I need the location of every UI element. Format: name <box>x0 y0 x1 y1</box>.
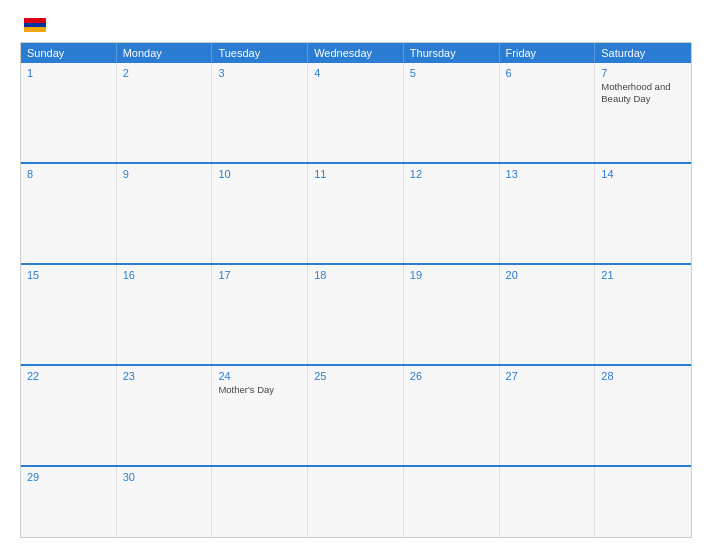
day-number: 18 <box>314 269 397 281</box>
calendar-cell <box>595 467 691 537</box>
calendar-cell: 18 <box>308 265 404 364</box>
day-number: 6 <box>506 67 589 79</box>
calendar-body: 1234567Motherhood and Beauty Day89101112… <box>21 63 691 537</box>
calendar-cell: 17 <box>212 265 308 364</box>
day-number: 17 <box>218 269 301 281</box>
day-header-friday: Friday <box>500 43 596 63</box>
calendar-cell: 21 <box>595 265 691 364</box>
calendar-cell: 23 <box>117 366 213 465</box>
calendar-cell: 16 <box>117 265 213 364</box>
calendar-week-2: 891011121314 <box>21 162 691 263</box>
day-header-thursday: Thursday <box>404 43 500 63</box>
calendar-week-3: 15161718192021 <box>21 263 691 364</box>
calendar-cell: 5 <box>404 63 500 162</box>
calendar-cell: 3 <box>212 63 308 162</box>
day-number: 8 <box>27 168 110 180</box>
calendar-cell: 20 <box>500 265 596 364</box>
calendar-cell: 28 <box>595 366 691 465</box>
day-number: 7 <box>601 67 685 79</box>
day-number: 3 <box>218 67 301 79</box>
day-number: 23 <box>123 370 206 382</box>
day-header-monday: Monday <box>117 43 213 63</box>
calendar-cell: 2 <box>117 63 213 162</box>
day-number: 4 <box>314 67 397 79</box>
calendar-cell: 6 <box>500 63 596 162</box>
calendar-cell: 7Motherhood and Beauty Day <box>595 63 691 162</box>
calendar-week-1: 1234567Motherhood and Beauty Day <box>21 63 691 162</box>
day-number: 1 <box>27 67 110 79</box>
calendar-cell: 4 <box>308 63 404 162</box>
flag-icon <box>24 18 46 32</box>
calendar-cell <box>404 467 500 537</box>
calendar-cell: 8 <box>21 164 117 263</box>
day-header-wednesday: Wednesday <box>308 43 404 63</box>
calendar-cell <box>500 467 596 537</box>
calendar-cell: 12 <box>404 164 500 263</box>
day-number: 30 <box>123 471 206 483</box>
day-number: 26 <box>410 370 493 382</box>
day-header-saturday: Saturday <box>595 43 691 63</box>
calendar-cell: 1 <box>21 63 117 162</box>
day-number: 28 <box>601 370 685 382</box>
calendar-cell: 30 <box>117 467 213 537</box>
header <box>20 18 692 32</box>
calendar-cell <box>212 467 308 537</box>
calendar-cell: 19 <box>404 265 500 364</box>
day-header-sunday: Sunday <box>21 43 117 63</box>
day-number: 21 <box>601 269 685 281</box>
day-number: 2 <box>123 67 206 79</box>
calendar-cell: 29 <box>21 467 117 537</box>
logo <box>20 18 46 32</box>
calendar-cell: 26 <box>404 366 500 465</box>
day-number: 25 <box>314 370 397 382</box>
day-number: 16 <box>123 269 206 281</box>
day-number: 12 <box>410 168 493 180</box>
calendar-cell: 24Mother's Day <box>212 366 308 465</box>
day-number: 5 <box>410 67 493 79</box>
day-number: 27 <box>506 370 589 382</box>
event-label: Motherhood and Beauty Day <box>601 81 685 106</box>
day-number: 22 <box>27 370 110 382</box>
calendar-cell <box>308 467 404 537</box>
calendar-cell: 25 <box>308 366 404 465</box>
day-number: 11 <box>314 168 397 180</box>
day-number: 19 <box>410 269 493 281</box>
day-number: 15 <box>27 269 110 281</box>
calendar-cell: 11 <box>308 164 404 263</box>
calendar-header: SundayMondayTuesdayWednesdayThursdayFrid… <box>21 43 691 63</box>
calendar-cell: 14 <box>595 164 691 263</box>
day-number: 24 <box>218 370 301 382</box>
calendar-cell: 10 <box>212 164 308 263</box>
calendar-cell: 27 <box>500 366 596 465</box>
event-label: Mother's Day <box>218 384 301 396</box>
day-number: 20 <box>506 269 589 281</box>
calendar-cell: 22 <box>21 366 117 465</box>
calendar-cell: 9 <box>117 164 213 263</box>
day-number: 9 <box>123 168 206 180</box>
calendar: SundayMondayTuesdayWednesdayThursdayFrid… <box>20 42 692 538</box>
day-number: 13 <box>506 168 589 180</box>
day-number: 14 <box>601 168 685 180</box>
page: SundayMondayTuesdayWednesdayThursdayFrid… <box>0 0 712 550</box>
calendar-cell: 15 <box>21 265 117 364</box>
day-number: 10 <box>218 168 301 180</box>
day-number: 29 <box>27 471 110 483</box>
day-header-tuesday: Tuesday <box>212 43 308 63</box>
calendar-week-4: 222324Mother's Day25262728 <box>21 364 691 465</box>
calendar-cell: 13 <box>500 164 596 263</box>
calendar-week-5: 2930 <box>21 465 691 537</box>
